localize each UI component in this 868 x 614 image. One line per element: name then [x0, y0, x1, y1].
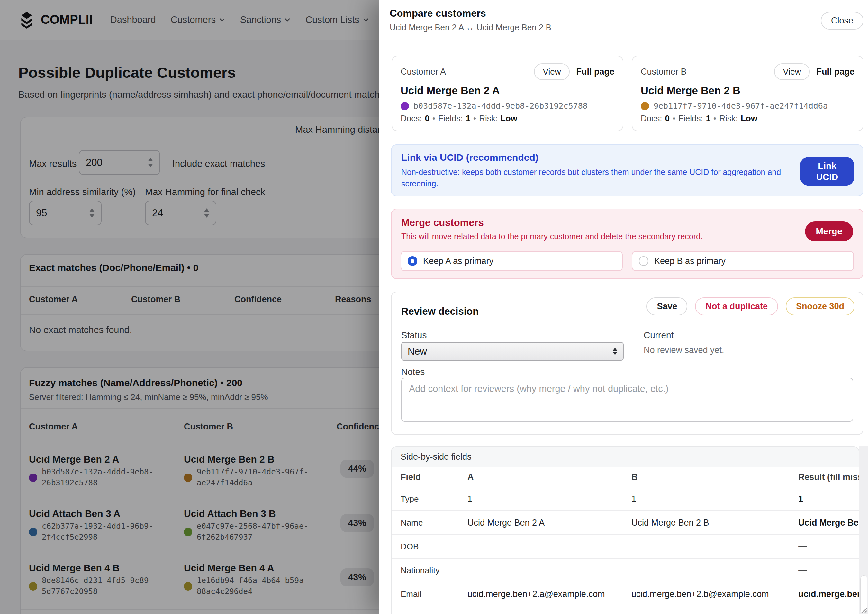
merge-title: Merge customers	[401, 217, 484, 229]
value-result: Ucid Merge Ben 2 A	[798, 518, 859, 528]
customer-b-name: Ucid Merge Ben 2 B	[641, 85, 854, 97]
value-result: —	[798, 542, 807, 552]
fields-value: 1	[706, 113, 710, 124]
notes-label: Notes	[401, 367, 425, 377]
field-name: Email	[401, 589, 422, 599]
customer-b-card: Customer B View Full page Ucid Merge Ben…	[632, 56, 863, 131]
view-customer-a-button[interactable]: View	[534, 64, 570, 80]
docs-label: Docs:	[641, 113, 662, 124]
field-name: Phone	[401, 613, 425, 614]
notes-textarea[interactable]	[401, 378, 853, 422]
merge-primary-options: Keep A as primary Keep B as primary	[401, 251, 854, 271]
value-b: ucid.merge.ben+2.b@example.com	[631, 589, 769, 599]
merge-customers-box: Merge customers This will move related d…	[391, 209, 863, 279]
value-a: —	[467, 566, 476, 575]
link-ucid-title: Link via UCID (recommended)	[401, 152, 538, 163]
customer-a-id: b03d587e-132a-4ddd-9eb8-26b3192c5788	[414, 101, 587, 110]
value-b: —	[631, 566, 640, 575]
value-a: 1	[467, 494, 472, 504]
keep-a-as-primary-option[interactable]: Keep A as primary	[401, 251, 623, 271]
keep-b-as-primary-option[interactable]: Keep B as primary	[632, 251, 854, 271]
current-review-text: No review saved yet.	[643, 345, 724, 355]
meta-separator: •	[673, 113, 676, 124]
value-a: —	[467, 542, 476, 552]
select-arrows-icon	[613, 348, 617, 355]
merge-description: This will move related data to the prima…	[401, 232, 703, 241]
field-name: DOB	[401, 542, 418, 552]
current-label: Current	[643, 330, 674, 340]
docs-value: 0	[665, 113, 669, 124]
customer-b-id: 9eb117f7-9710-4de3-967f-ae247f14dd6a	[654, 101, 828, 110]
compare-customers-panel: Compare customers Ucid Merge Ben 2 A ↔ U…	[379, 0, 868, 614]
link-ucid-box: Link via UCID (recommended) Non-destruct…	[391, 144, 863, 197]
field-name: Type	[401, 494, 418, 504]
customer-color-dot	[641, 102, 649, 110]
keep-a-as-primary-label: Keep A as primary	[423, 256, 493, 266]
value-a: ucid.merge.ben+2.a@example.com	[467, 589, 605, 599]
risk-value: Low	[501, 113, 517, 124]
column-header-field: Field	[401, 472, 421, 482]
value-b: +6129555710	[631, 613, 685, 614]
risk-value: Low	[741, 113, 757, 124]
customer-a-label: Customer A	[401, 67, 446, 77]
keep-b-as-primary-label: Keep B as primary	[654, 256, 725, 266]
table-row-phone: Phone +6129555700 +6129555710 +612955570…	[392, 606, 859, 614]
value-result: 1	[798, 494, 803, 504]
meta-separator: •	[473, 113, 476, 124]
panel-subtitle: Ucid Merge Ben 2 A ↔ Ucid Merge Ben 2 B	[390, 23, 551, 33]
fields-value: 1	[466, 113, 470, 124]
radio-selected-icon[interactable]	[408, 256, 417, 266]
column-header-b: B	[631, 472, 638, 482]
value-b: —	[631, 542, 640, 552]
status-select[interactable]: New	[401, 342, 624, 361]
value-result: +6129555700	[798, 613, 852, 614]
screen: COMPLII Dashboard Customers Sanctions Cu…	[0, 0, 868, 614]
radio-unselected-icon[interactable]	[639, 256, 648, 266]
customer-b-meta: Docs:0 • Fields:1 • Risk:Low	[641, 113, 757, 124]
column-header-a: A	[467, 472, 474, 482]
panel-scrollbar-track[interactable]	[859, 446, 868, 614]
review-action-buttons: Save Not a duplicate Snooze 30d	[646, 297, 854, 315]
table-row-nationality: Nationality — — —	[392, 559, 859, 583]
customer-a-name: Ucid Merge Ben 2 A	[401, 85, 614, 97]
table-row-name: Name Ucid Merge Ben 2 A Ucid Merge Ben 2…	[392, 511, 859, 535]
customer-cards-row: Customer A View Full page Ucid Merge Ben…	[392, 56, 863, 131]
customer-a-card: Customer A View Full page Ucid Merge Ben…	[392, 56, 623, 131]
table-row-type: Type 1 1 1	[392, 487, 859, 511]
meta-separator: •	[713, 113, 716, 124]
value-a: Ucid Merge Ben 2 A	[467, 518, 545, 528]
fields-label: Fields:	[438, 113, 463, 124]
value-a: +6129555700	[467, 613, 521, 614]
risk-label: Risk:	[479, 113, 498, 124]
meta-separator: •	[432, 113, 435, 124]
view-customer-b-button[interactable]: View	[774, 64, 810, 80]
customer-color-dot	[401, 102, 409, 110]
field-name: Name	[401, 518, 423, 528]
docs-label: Docs:	[401, 113, 422, 124]
full-page-customer-b-link[interactable]: Full page	[816, 67, 854, 77]
column-header-result: Result (fill missing)	[798, 472, 859, 482]
side-by-side-title: Side-by-side fields	[392, 447, 859, 467]
status-value: New	[408, 346, 427, 357]
resize-grip-icon	[859, 605, 867, 613]
side-by-side-column-headers: Field A B Result (fill missing)	[392, 467, 859, 487]
link-ucid-button[interactable]: Link UCID	[800, 157, 854, 186]
merge-button[interactable]: Merge	[805, 222, 853, 242]
review-decision-card: Review decision Save Not a duplicate Sno…	[391, 291, 863, 435]
save-button[interactable]: Save	[646, 297, 687, 315]
review-decision-title: Review decision	[401, 306, 479, 317]
field-name: Nationality	[401, 566, 439, 575]
full-page-customer-a-link[interactable]: Full page	[576, 67, 614, 77]
snooze-30d-button[interactable]: Snooze 30d	[786, 297, 854, 315]
link-ucid-description: Non-destructive: keeps both customer rec…	[401, 166, 789, 190]
side-by-side-fields-card: Side-by-side fields Field A B Result (fi…	[391, 446, 859, 614]
panel-title: Compare customers	[390, 8, 486, 19]
status-label: Status	[401, 330, 426, 340]
value-b: 1	[631, 494, 636, 504]
fields-label: Fields:	[678, 113, 703, 124]
value-result: —	[798, 566, 807, 575]
table-row-dob: DOB — — —	[392, 535, 859, 559]
not-a-duplicate-button[interactable]: Not a duplicate	[695, 297, 778, 315]
close-button[interactable]: Close	[821, 12, 863, 29]
docs-value: 0	[425, 113, 429, 124]
